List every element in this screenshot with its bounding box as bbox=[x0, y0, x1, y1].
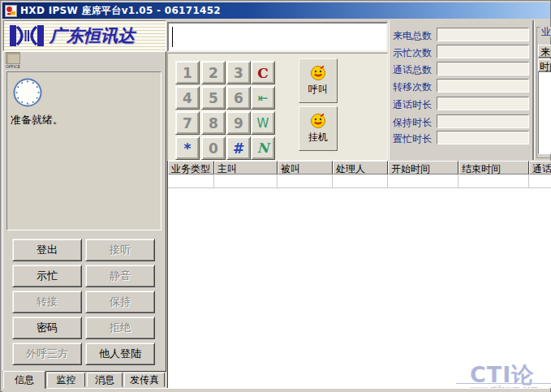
column-header-talk[interactable]: 通话 bbox=[529, 161, 551, 174]
table-cell bbox=[168, 174, 214, 188]
stats-panel: 来电总数 示忙次数 通话总数 转移次数 通话时长 保持时长 置忙时长 bbox=[389, 20, 532, 160]
hangup-button-label: 挂机 bbox=[308, 131, 328, 144]
stat-label-transfer-count: 转移次数 bbox=[393, 80, 432, 94]
stat-label-busy-count: 示忙次数 bbox=[393, 46, 432, 60]
stat-value-transfer-count bbox=[437, 79, 529, 93]
mute-button: 静音 bbox=[85, 265, 155, 287]
tab-info[interactable]: 信息 bbox=[3, 371, 45, 389]
answer-button: 接听 bbox=[85, 239, 155, 261]
column-header-called[interactable]: 被叫 bbox=[278, 161, 333, 174]
brand-logo-icon bbox=[9, 24, 45, 48]
phone-number-input[interactable] bbox=[167, 22, 388, 52]
key-7[interactable]: 7 bbox=[175, 111, 200, 135]
key-star[interactable]: * bbox=[175, 136, 200, 160]
stat-value-calls-total bbox=[437, 62, 529, 75]
table-cell bbox=[529, 174, 551, 188]
status-box: 准备就绪。 bbox=[6, 71, 161, 230]
key-n[interactable]: N bbox=[251, 136, 275, 160]
call-records-table: 业务类型 主叫 被叫 处理人 开始时间 结束时间 通话 CTI论坛 www.ct… bbox=[167, 161, 551, 388]
transfer-button: 转接 bbox=[12, 291, 82, 313]
mini-picture-icon bbox=[6, 52, 20, 64]
business-side-panel: 业 来电 时间 bbox=[535, 22, 551, 160]
status-text: 准备就绪。 bbox=[11, 113, 63, 127]
stat-row: 通话时长 bbox=[390, 97, 533, 111]
application-window: HXD IPSW 座席平台v1.05 - 06171452 广东恒讯达 OFFI… bbox=[0, 0, 551, 392]
key-hash[interactable]: # bbox=[226, 136, 251, 160]
stat-row: 置忙时长 bbox=[390, 131, 533, 145]
agent-mini-widget: OFFICE bbox=[6, 52, 38, 71]
table-cell bbox=[388, 174, 458, 188]
window-title: HXD IPSW 座席平台v1.05 - 06171452 bbox=[20, 4, 221, 18]
title-bar[interactable]: HXD IPSW 座席平台v1.05 - 06171452 bbox=[2, 2, 550, 19]
mini-caption: OFFICE bbox=[6, 64, 38, 69]
table-cell bbox=[278, 174, 333, 188]
key-backspace[interactable]: ⇤ bbox=[251, 86, 275, 110]
key-9[interactable]: 9 bbox=[226, 111, 251, 135]
key-5[interactable]: 5 bbox=[201, 86, 226, 110]
column-header-business-type[interactable]: 业务类型 bbox=[168, 161, 214, 174]
key-3[interactable]: 3 bbox=[226, 61, 251, 84]
phone-smiley-icon bbox=[310, 65, 326, 81]
stat-value-setbusy-duration bbox=[437, 131, 529, 144]
stat-value-incoming-total bbox=[437, 28, 529, 41]
column-header-handler[interactable]: 处理人 bbox=[333, 161, 388, 174]
clock-icon bbox=[12, 77, 43, 108]
key-0[interactable]: 0 bbox=[201, 136, 226, 160]
business-group-label: 业 bbox=[540, 27, 551, 37]
dialer-panel: 1 2 3 C 4 5 6 ⇤ 7 8 9 W * 0 # N 呼叫 bbox=[167, 53, 388, 161]
stat-row: 来电总数 bbox=[390, 28, 533, 42]
time-column-header[interactable]: 时间 bbox=[538, 59, 551, 71]
stat-row: 保持时长 bbox=[390, 114, 533, 129]
key-8[interactable]: 8 bbox=[201, 111, 226, 135]
reject-button: 拒绝 bbox=[85, 317, 155, 339]
incoming-call-button[interactable]: 来电 bbox=[538, 45, 551, 58]
stat-label-setbusy-duration: 置忙时长 bbox=[393, 132, 432, 146]
side-call-list bbox=[538, 71, 551, 154]
column-header-caller[interactable]: 主叫 bbox=[214, 161, 278, 174]
brand-logo: 广东恒讯达 bbox=[3, 20, 166, 51]
key-4[interactable]: 4 bbox=[175, 86, 200, 110]
password-button[interactable]: 密码 bbox=[12, 317, 82, 339]
hold-button: 保持 bbox=[85, 291, 155, 313]
call-button[interactable]: 呼叫 bbox=[299, 58, 338, 103]
key-w[interactable]: W bbox=[251, 111, 275, 135]
call-button-label: 呼叫 bbox=[308, 83, 328, 97]
column-header-end-time[interactable]: 结束时间 bbox=[458, 161, 529, 174]
stat-label-calls-total: 通话总数 bbox=[393, 63, 432, 77]
other-login-button[interactable]: 他人登陆 bbox=[85, 342, 155, 365]
stat-label-incoming-total: 来电总数 bbox=[393, 29, 432, 43]
show-busy-button[interactable]: 示忙 bbox=[12, 265, 82, 287]
stat-label-talk-duration: 通话时长 bbox=[393, 98, 432, 112]
table-cell bbox=[458, 174, 529, 188]
window-bottom-frame bbox=[2, 388, 550, 392]
app-icon bbox=[5, 5, 17, 17]
table-cell bbox=[333, 174, 388, 188]
text-caret bbox=[172, 27, 173, 47]
column-header-start-time[interactable]: 开始时间 bbox=[388, 161, 458, 174]
outbound-threeway-button: 外呼三方 bbox=[12, 342, 82, 365]
hangup-button[interactable]: 挂机 bbox=[299, 106, 338, 151]
watermark-line bbox=[456, 383, 551, 384]
key-2[interactable]: 2 bbox=[201, 61, 226, 84]
table-cell bbox=[214, 174, 278, 188]
key-1[interactable]: 1 bbox=[175, 61, 200, 84]
tab-fax[interactable]: 发传真 bbox=[124, 373, 165, 387]
logout-button[interactable]: 登出 bbox=[12, 239, 82, 261]
key-clear[interactable]: C bbox=[251, 61, 275, 84]
phone-smiley-icon bbox=[310, 113, 326, 129]
stat-value-hold-duration bbox=[437, 114, 529, 128]
stat-value-busy-count bbox=[437, 45, 529, 58]
stat-label-hold-duration: 保持时长 bbox=[393, 116, 432, 130]
stat-value-talk-duration bbox=[437, 97, 529, 110]
stat-row: 通话总数 bbox=[390, 62, 533, 76]
brand-logo-text: 广东恒讯达 bbox=[50, 24, 135, 47]
tab-message[interactable]: 消息 bbox=[87, 373, 123, 387]
stat-row: 转移次数 bbox=[390, 79, 533, 93]
tab-monitor[interactable]: 监控 bbox=[47, 373, 85, 387]
key-6[interactable]: 6 bbox=[226, 86, 251, 110]
stat-row: 示忙次数 bbox=[390, 45, 533, 59]
